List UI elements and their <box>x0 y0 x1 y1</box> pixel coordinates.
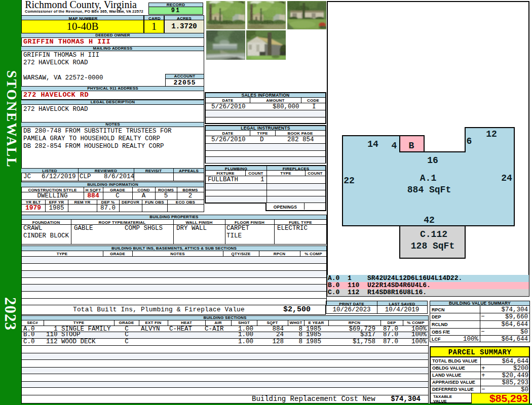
svg-text:12: 12 <box>486 129 497 139</box>
svg-text:C.112: C.112 <box>420 229 447 239</box>
svg-text:4: 4 <box>392 141 397 151</box>
svg-text:6: 6 <box>467 136 472 146</box>
svg-text:884 SqFt: 884 SqFt <box>407 185 451 195</box>
svg-text:42: 42 <box>424 215 435 225</box>
svg-text:128 SqFt: 128 SqFt <box>411 241 454 251</box>
svg-text:A.1: A.1 <box>420 173 437 183</box>
svg-text:24: 24 <box>501 173 512 183</box>
svg-text:16: 16 <box>427 155 438 166</box>
svg-text:22: 22 <box>344 176 355 186</box>
svg-text:B: B <box>409 141 414 151</box>
svg-text:14: 14 <box>367 139 378 149</box>
